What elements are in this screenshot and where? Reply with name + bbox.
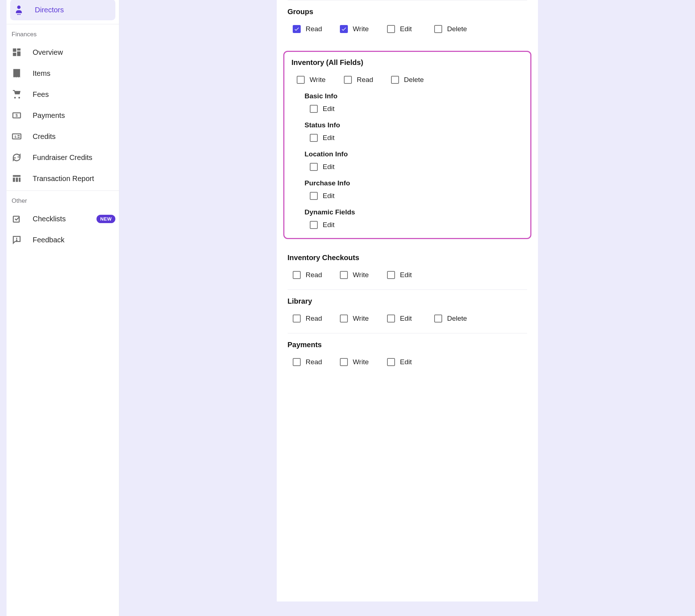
checkbox-icon (310, 105, 318, 113)
perm-section-groups: Groups ReadWriteEditDelete (288, 0, 527, 44)
perm-checkbox-label: Edit (323, 192, 335, 200)
perm-title: Library (288, 297, 527, 305)
checkbox-icon (293, 358, 301, 366)
perm-checkbox-delete[interactable]: Delete (434, 21, 478, 37)
perm-checkbox-edit[interactable]: Edit (387, 267, 431, 283)
checkbox-icon (340, 271, 348, 279)
perm-checkbox-write[interactable]: Write (340, 267, 383, 283)
perm-section-inventory-highlight: Inventory (All Fields) WriteReadDelete B… (283, 51, 531, 239)
sidebar-item-label: Payments (33, 111, 115, 120)
perm-checkbox-edit[interactable]: Edit (387, 21, 431, 37)
svg-text:$: $ (15, 135, 17, 139)
perm-title: Payments (288, 341, 527, 349)
perm-checkbox-label: Delete (447, 25, 467, 33)
checkbox-icon (310, 221, 318, 229)
svg-rect-0 (17, 14, 18, 15)
perm-checkbox-label: Write (353, 315, 369, 323)
checkbox-icon (340, 358, 348, 366)
checklist-icon (12, 214, 33, 224)
sidebar-item-label: Fundraiser Credits (33, 153, 115, 162)
checkbox-icon (387, 358, 395, 366)
perm-checkbox-edit[interactable]: Edit (310, 159, 353, 175)
perm-checkbox-label: Write (310, 76, 326, 84)
permissions-card: Groups ReadWriteEditDelete Inventory (Al… (277, 0, 538, 601)
checkbox-icon (344, 76, 352, 84)
sidebar-item-label: Checklists (33, 215, 96, 223)
sidebar-item-transaction-report[interactable]: Transaction Report (7, 168, 119, 189)
perm-checkbox-write[interactable]: Write (340, 354, 383, 370)
checkbox-icon (297, 76, 305, 84)
sidebar-group-other: Other (7, 191, 119, 208)
checkbox-icon (387, 25, 395, 33)
perm-checkbox-label: Write (353, 358, 369, 366)
perm-checkbox-read[interactable]: Read (293, 354, 336, 370)
perm-checkbox-label: Edit (400, 315, 412, 323)
perm-checkbox-read[interactable]: Read (344, 72, 387, 88)
perm-checkbox-label: Read (306, 315, 322, 323)
main-content: Groups ReadWriteEditDelete Inventory (Al… (119, 0, 695, 616)
sidebar-item-directors[interactable]: Directors (10, 0, 115, 20)
perm-checkbox-label: Read (306, 25, 322, 33)
perm-checkbox-write[interactable]: Write (340, 311, 383, 327)
checkbox-icon (293, 271, 301, 279)
perm-checkbox-edit[interactable]: Edit (310, 217, 353, 233)
perm-checkbox-label: Write (353, 271, 369, 279)
sidebar-item-label: Items (33, 69, 115, 78)
svg-rect-14 (13, 178, 15, 182)
perm-checkbox-write[interactable]: Write (297, 72, 340, 88)
perm-checkbox-label: Write (353, 25, 369, 33)
perm-checkbox-read[interactable]: Read (293, 21, 336, 37)
checkbox-icon (340, 315, 348, 323)
money-icon: $ (12, 110, 33, 120)
perm-subsection-title: Basic Info (305, 92, 523, 100)
perm-checkbox-label: Delete (404, 76, 424, 84)
perm-subsection-title: Location Info (305, 150, 523, 158)
perm-checkbox-label: Read (306, 271, 322, 279)
svg-rect-6 (13, 53, 16, 56)
perm-checkbox-label: Read (306, 358, 322, 366)
perm-checkbox-edit[interactable]: Edit (310, 130, 353, 146)
perm-checkbox-delete[interactable]: Delete (434, 311, 478, 327)
sidebar-item-checklists[interactable]: Checklists NEW (7, 208, 119, 229)
sidebar-item-items[interactable]: Items (7, 63, 119, 84)
sidebar-item-label: Credits (33, 132, 115, 141)
perm-checkbox-read[interactable]: Read (293, 267, 336, 283)
perm-checkbox-write[interactable]: Write (340, 21, 383, 37)
sidebar-item-credits[interactable]: $ Credits (7, 126, 119, 147)
perm-subsection-title: Purchase Info (305, 179, 523, 187)
perm-checkbox-label: Edit (400, 25, 412, 33)
sidebar-item-feedback[interactable]: Feedback (7, 229, 119, 250)
perm-checkbox-edit[interactable]: Edit (387, 311, 431, 327)
sidebar-item-payments[interactable]: $ Payments (7, 105, 119, 126)
sidebar-item-overview[interactable]: Overview (7, 42, 119, 63)
perm-subsection-title: Status Info (305, 121, 523, 129)
perm-checkbox-label: Edit (323, 105, 335, 113)
perm-checkbox-read[interactable]: Read (293, 311, 336, 327)
perm-checkbox-delete[interactable]: Delete (391, 72, 435, 88)
svg-rect-15 (16, 178, 18, 182)
cart-icon (12, 89, 33, 99)
perm-section-library: Library ReadWriteEditDelete (288, 290, 527, 333)
sidebar-item-fees[interactable]: Fees (7, 84, 119, 105)
perm-checkbox-edit[interactable]: Edit (310, 101, 353, 117)
perm-checkbox-label: Read (357, 76, 373, 84)
svg-text:$: $ (16, 113, 18, 118)
perm-checkbox-label: Edit (400, 358, 412, 366)
sidebar-group-finances: Finances (7, 24, 119, 42)
checkbox-icon (391, 76, 399, 84)
perm-subsection-title: Dynamic Fields (305, 208, 523, 216)
sidebar-item-label: Feedback (33, 236, 115, 244)
checkbox-icon (310, 192, 318, 200)
perm-checkbox-edit[interactable]: Edit (310, 188, 353, 204)
checkbox-icon (387, 315, 395, 323)
svg-point-19 (16, 240, 17, 241)
perm-checkbox-label: Edit (400, 271, 412, 279)
svg-rect-4 (17, 49, 20, 51)
checkbox-icon (310, 134, 318, 142)
sidebar-item-fundraiser-credits[interactable]: Fundraiser Credits (7, 147, 119, 168)
sidebar-item-label: Directors (35, 6, 112, 14)
checkbox-icon (293, 315, 301, 323)
feedback-icon (12, 235, 33, 245)
perm-checkbox-edit[interactable]: Edit (387, 354, 431, 370)
perm-checkbox-label: Delete (447, 315, 467, 323)
